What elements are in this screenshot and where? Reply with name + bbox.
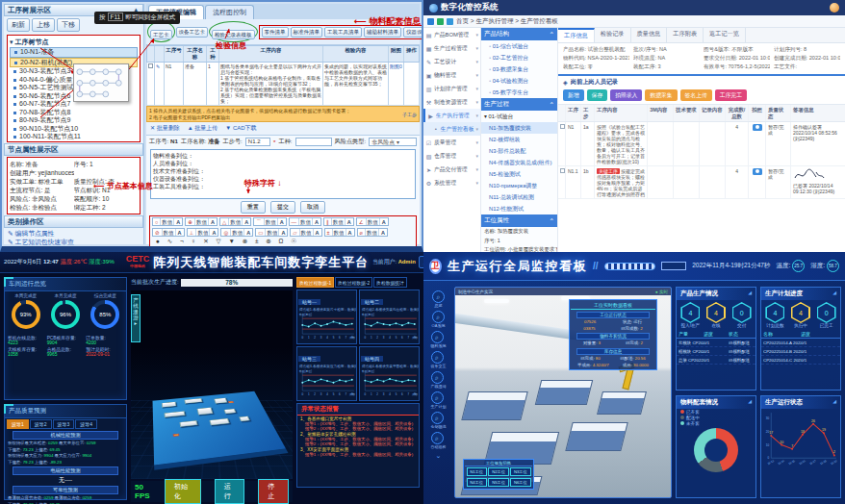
section-button[interactable]: 电磁性能预测 xyxy=(13,466,118,475)
section-button[interactable]: 机械性能预测 xyxy=(13,431,118,440)
collapse-icon[interactable]: ⌃ xyxy=(550,217,554,225)
process-tree-item[interactable]: N1-加热覆膜安装 xyxy=(481,122,557,134)
sidebar-item[interactable]: ▧仓库管理▾ xyxy=(423,149,480,163)
mes-tab[interactable]: 返工记一览 xyxy=(704,28,746,42)
camera-icon[interactable] xyxy=(753,168,762,175)
process-tree-item[interactable]: N5-检验测试 xyxy=(481,168,557,180)
figure-link[interactable]: 附图0 xyxy=(389,63,404,105)
twin-3d-scene[interactable] xyxy=(131,290,293,479)
glyph-button[interactable]: ⊕ xyxy=(266,238,273,244)
sidebar-item[interactable]: ▶生产执行管理▾ xyxy=(423,109,480,122)
sim-button[interactable]: 运行 xyxy=(215,479,245,504)
glyph-button[interactable]: ▼ xyxy=(228,238,237,244)
quality-data-tab[interactable]: 质检过程数据-1 xyxy=(296,277,334,288)
tree-toolbar-button[interactable]: 下移 xyxy=(57,18,80,32)
tree-item[interactable]: 70-N8-装配节点8 xyxy=(10,109,138,117)
action-button[interactable]: 数据采集 xyxy=(645,89,677,101)
special-char-button[interactable]: ▭数值A xyxy=(255,228,288,237)
tree-item[interactable]: 10-N1-准备 xyxy=(10,47,138,58)
sidebar-item[interactable]: ➤产品交付管理▾ xyxy=(423,163,480,176)
sidebar-item[interactable]: ✎工艺设计▾ xyxy=(423,55,480,68)
toolbar-button[interactable]: 设备工艺卡 xyxy=(176,27,209,38)
glyph-button[interactable]: ● xyxy=(156,238,163,244)
viewpoint-button[interactable]: N3工位 xyxy=(510,467,530,476)
risk-select[interactable]: 非风险点 ▾ xyxy=(369,138,417,146)
window-color-square[interactable] xyxy=(427,18,434,25)
window-color-square[interactable] xyxy=(447,18,453,25)
table-row[interactable]: N1.11b关键工序按规定完成传感器模块安装；螺栓按对角顺序预紧，力矩 4N·m… xyxy=(558,166,845,199)
sidebar-tool[interactable]: ⌕生产计划 xyxy=(431,391,447,409)
tree-item[interactable]: 110-N12-测试 xyxy=(10,141,138,143)
search-box[interactable] xyxy=(661,262,686,270)
special-char-button[interactable]: —数值A xyxy=(289,217,321,226)
line-roam-tab[interactable]: 产线漫游▸ xyxy=(131,294,141,342)
row-checkbox[interactable] xyxy=(560,168,565,173)
action-button[interactable]: 新增 xyxy=(563,89,584,101)
mes-tab[interactable]: 质量信息 xyxy=(631,28,668,42)
sidebar-item[interactable]: •生产管控看板▾ xyxy=(423,122,480,136)
process-tree-item[interactable]: N2-横焊组装 xyxy=(481,134,557,145)
glyph-button[interactable]: ∿ xyxy=(167,238,175,244)
toolbar-button[interactable]: 检验记录表模板 xyxy=(212,30,255,39)
tree-toolbar-button[interactable]: 刷新 xyxy=(7,18,30,32)
avatar[interactable] xyxy=(830,3,839,13)
product-tree-item[interactable]: ◦ 02-工艺管控台 xyxy=(481,52,557,63)
section-button[interactable]: 可靠性预测 xyxy=(13,486,118,494)
toolbar-button[interactable]: 工艺卡 xyxy=(150,30,172,39)
waveguide-tab[interactable]: 波导1 xyxy=(7,419,29,429)
special-char-button[interactable]: ▱数值A xyxy=(290,228,321,237)
toolbar-button[interactable]: 辅助材料清单 xyxy=(364,27,401,38)
form-button[interactable]: 取消 xyxy=(300,201,325,214)
window-color-square[interactable] xyxy=(437,18,444,25)
product-tree-item[interactable]: ◦ 04-试验检测台 xyxy=(481,75,557,87)
sidebar-item[interactable]: ▤产品BOM管理▾ xyxy=(423,28,480,41)
special-char-button[interactable]: ⌀数值A xyxy=(357,228,388,237)
substep-link[interactable]: 子工步 xyxy=(402,112,417,117)
worktype-input[interactable] xyxy=(295,138,332,146)
sidebar-tool[interactable]: ⌕OA系统 xyxy=(432,311,446,328)
glyph-button[interactable]: ¬ xyxy=(180,238,187,244)
sidebar-tool[interactable]: ⌕自动巡检 xyxy=(431,432,447,449)
sidebar-item[interactable]: ▣物料管理▾ xyxy=(423,68,480,82)
special-char-button[interactable]: △数值A xyxy=(219,217,251,226)
glyph-button[interactable]: ☉ xyxy=(291,238,299,244)
waveguide-tab[interactable]: 波导3 xyxy=(53,419,75,429)
special-char-button[interactable]: ⊥数值A xyxy=(187,228,219,237)
quality-data-tab[interactable]: 质检数据统计 xyxy=(373,277,407,288)
glyph-button[interactable]: ± xyxy=(255,238,262,244)
glyph-button[interactable]: ⊗ xyxy=(243,238,250,244)
collapse-icon[interactable]: ⌃ xyxy=(550,101,554,109)
sim-button[interactable]: 初始化 xyxy=(165,479,201,504)
special-char-button[interactable]: ±数值A xyxy=(324,228,355,237)
step-no-input[interactable]: N1.2 xyxy=(245,138,270,146)
tree-item[interactable]: 90-N10-装配节点10 xyxy=(10,125,138,134)
action-button[interactable]: 拍照录入 xyxy=(610,89,642,101)
process-tree-item[interactable]: N11-总装调试检测 xyxy=(481,191,557,203)
special-char-button[interactable]: ⌒数值A xyxy=(253,217,286,226)
sidebar-tool[interactable]: ⌕仓储物流 xyxy=(431,412,447,429)
product-tree-item[interactable]: ◦ 03-数据采集台 xyxy=(481,63,557,75)
sim-button[interactable]: 停止 xyxy=(258,479,289,504)
quality-data-tab[interactable]: 质检过程数据-2 xyxy=(335,277,372,288)
mes-tab[interactable]: 工序附表 xyxy=(667,28,704,42)
sidebar-tool[interactable]: ⌕设备交互 xyxy=(431,351,447,368)
action-button[interactable]: 保存 xyxy=(587,89,608,101)
mes-tab[interactable]: 检验记录 xyxy=(595,28,631,42)
batch-action-link[interactable]: ▲ 批量上传 xyxy=(188,124,218,133)
glyph-button[interactable]: ♀ xyxy=(192,238,199,244)
toolbar-button[interactable]: 零件清单 xyxy=(262,27,289,38)
workshop-camera-view[interactable]: 制造中心生产实况● 实时 工位实时数据看板工位运行状态07526状态: 运行03… xyxy=(454,287,672,498)
form-button[interactable]: 提交 xyxy=(270,201,295,214)
ops-link[interactable]: ✎ 工艺知识包快速审查 xyxy=(8,238,140,246)
special-char-button[interactable]: ◎数值A xyxy=(220,228,253,237)
action-button[interactable]: 签名上传 xyxy=(680,89,712,101)
table-row[interactable]: N11a按照《试验台装配工艺规程》要求，完成各模块安装前的清点与检查；核对物料批… xyxy=(558,122,845,166)
toolbar-button[interactable]: 标准件清单 xyxy=(291,27,323,38)
batch-action-link[interactable]: ▼ CAD下载 xyxy=(225,124,256,133)
sidebar-item[interactable]: ☑质量管理▾ xyxy=(423,136,480,149)
tree-root[interactable]: ▾ 工序树节点 xyxy=(10,38,138,47)
waveguide-tab[interactable]: 波导2 xyxy=(30,419,52,429)
sidebar-item[interactable]: ▥计划排产管理▾ xyxy=(423,82,480,95)
sidebar-tool[interactable]: ⌕产线漫游 xyxy=(431,371,447,389)
form-button[interactable]: 重置 xyxy=(241,201,266,214)
